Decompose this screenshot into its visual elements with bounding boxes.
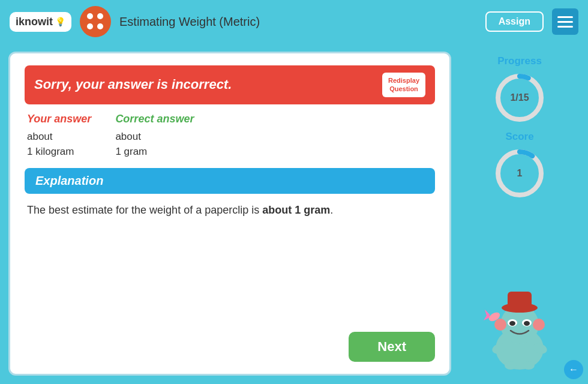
dot bbox=[97, 13, 103, 19]
mascot bbox=[472, 280, 568, 376]
svg-point-17 bbox=[523, 361, 535, 370]
correct-answer-label: Correct answer bbox=[115, 113, 194, 125]
menu-icon bbox=[557, 21, 573, 23]
correct-answer-value: about1 gram bbox=[115, 129, 194, 160]
explanation-header: Explanation bbox=[25, 168, 435, 194]
score-section: Score 1 bbox=[493, 131, 547, 200]
correct-answer-column: Correct answer about1 gram bbox=[115, 113, 194, 160]
dice-dots bbox=[87, 13, 104, 30]
svg-point-8 bbox=[509, 321, 515, 326]
incorrect-banner: Sorry, your answer is incorrect. Redispl… bbox=[25, 65, 435, 104]
right-panel: Progress 1/15 Score 1 bbox=[460, 52, 580, 376]
bulb-icon: 💡 bbox=[55, 17, 65, 26]
back-button[interactable]: ← bbox=[564, 360, 583, 379]
your-answer-label: Your answer bbox=[27, 113, 91, 125]
next-button[interactable]: Next bbox=[349, 332, 435, 362]
menu-button[interactable] bbox=[552, 8, 578, 35]
logo-text: iknowit bbox=[16, 16, 53, 28]
menu-icon bbox=[557, 16, 573, 18]
next-btn-row: Next bbox=[25, 332, 435, 362]
svg-point-9 bbox=[524, 321, 530, 326]
dot bbox=[87, 23, 93, 29]
explanation-body: The best estimate for the weight of a pa… bbox=[25, 202, 435, 218]
main-area: Sorry, your answer is incorrect. Redispl… bbox=[0, 43, 588, 384]
explanation-bold: about 1 gram bbox=[262, 204, 330, 216]
left-panel: Sorry, your answer is incorrect. Redispl… bbox=[8, 52, 451, 376]
redisplay-button[interactable]: RedisplayQuestion bbox=[382, 73, 425, 97]
your-answer-value: about1 kilogram bbox=[27, 129, 91, 160]
logo: iknowit 💡 bbox=[10, 12, 71, 32]
svg-point-16 bbox=[505, 361, 517, 370]
explanation-text: The best estimate for the weight of a pa… bbox=[27, 204, 262, 216]
your-answer-column: Your answer about1 kilogram bbox=[27, 113, 91, 160]
header: iknowit 💡 Estimating Weight (Metric) Ass… bbox=[0, 0, 588, 43]
score-circle: 1 bbox=[493, 146, 547, 200]
svg-rect-11 bbox=[508, 292, 532, 308]
dot bbox=[87, 13, 93, 19]
svg-point-12 bbox=[494, 319, 506, 331]
score-label: Score bbox=[505, 131, 533, 143]
progress-value: 1/15 bbox=[510, 92, 529, 103]
answers-row: Your answer about1 kilogram Correct answ… bbox=[25, 113, 435, 160]
dot bbox=[97, 23, 103, 29]
dice-icon bbox=[80, 6, 111, 37]
progress-label: Progress bbox=[497, 55, 542, 67]
score-value: 1 bbox=[517, 168, 523, 179]
progress-circle: 1/15 bbox=[493, 71, 547, 125]
explanation-title: Explanation bbox=[35, 174, 103, 187]
assign-button[interactable]: Assign bbox=[485, 11, 544, 32]
explanation-end: . bbox=[330, 204, 333, 216]
incorrect-message: Sorry, your answer is incorrect. bbox=[34, 77, 232, 92]
menu-icon bbox=[557, 26, 573, 28]
svg-point-13 bbox=[533, 319, 545, 331]
lesson-title: Estimating Weight (Metric) bbox=[119, 15, 477, 29]
progress-section: Progress 1/15 bbox=[493, 55, 547, 125]
